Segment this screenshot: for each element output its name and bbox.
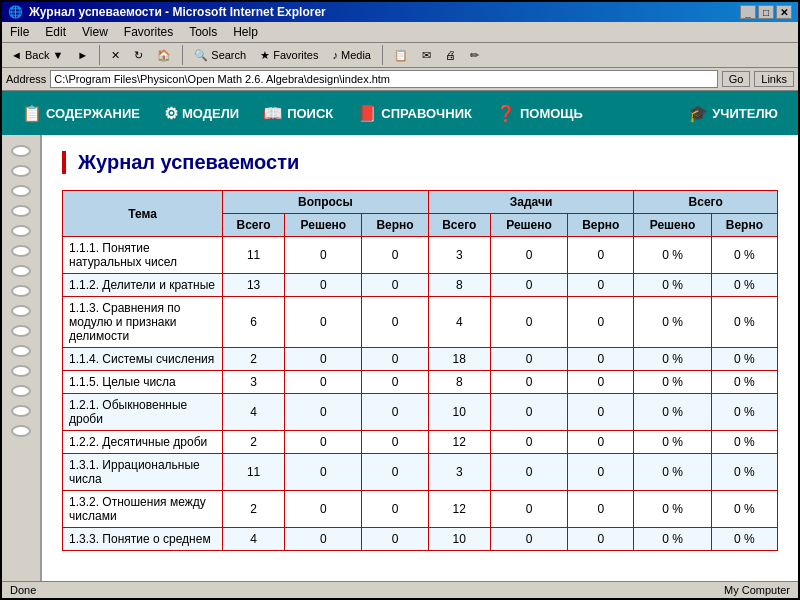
nav-teacher[interactable]: 🎓 УЧИТЕЛЮ	[676, 100, 790, 127]
links-button[interactable]: Links	[754, 71, 794, 87]
cell-zv: 0	[568, 394, 634, 431]
table-row: 1.3.3. Понятие о среднем 4 0 0 10 0 0 0 …	[63, 528, 778, 551]
cell-vr: 0	[285, 491, 362, 528]
window-icon: 🌐	[8, 5, 23, 19]
status-bar: Done My Computer	[2, 581, 798, 598]
cell-tema: 1.2.1. Обыкновенные дроби	[63, 394, 223, 431]
cell-wv: 0 %	[711, 371, 777, 394]
cell-zv: 0	[568, 528, 634, 551]
favorites-button[interactable]: ★ Favorites	[255, 47, 323, 64]
cell-vv: 0	[362, 431, 428, 454]
cell-zq: 4	[428, 297, 490, 348]
nav-search[interactable]: 📖 ПОИСК	[251, 100, 345, 127]
back-button[interactable]: ◄ Back ▼	[6, 47, 68, 63]
cell-vr: 0	[285, 297, 362, 348]
cell-vr: 0	[285, 528, 362, 551]
menu-edit[interactable]: Edit	[41, 24, 70, 40]
col-zadachi: Задачи	[428, 191, 634, 214]
forward-button[interactable]: ►	[72, 47, 93, 63]
cell-zr: 0	[490, 394, 567, 431]
cell-vr: 0	[285, 348, 362, 371]
grades-table: Тема Вопросы Задачи Всего Всего Решено В…	[62, 190, 778, 551]
close-button[interactable]: ✕	[776, 5, 792, 19]
cell-zv: 0	[568, 454, 634, 491]
menu-help[interactable]: Help	[229, 24, 262, 40]
cell-zq: 3	[428, 454, 490, 491]
cell-wv: 0 %	[711, 297, 777, 348]
mail-button[interactable]: ✉	[417, 47, 436, 64]
cell-vq: 6	[223, 297, 285, 348]
help-icon: ❓	[496, 104, 516, 123]
nav-content-label: СОДЕРЖАНИЕ	[46, 106, 140, 121]
cell-wv: 0 %	[711, 528, 777, 551]
title-bar: 🌐 Журнал успеваемости - Microsoft Intern…	[2, 2, 798, 22]
sub-vr: Решено	[285, 214, 362, 237]
cell-zr: 0	[490, 454, 567, 491]
cell-vq: 3	[223, 371, 285, 394]
menu-view[interactable]: View	[78, 24, 112, 40]
nav-bar: 📋 СОДЕРЖАНИЕ ⚙ МОДЕЛИ 📖 ПОИСК 📕 СПРАВОЧН…	[2, 91, 798, 135]
address-label: Address	[6, 73, 46, 85]
status-right: My Computer	[724, 584, 790, 596]
home-button[interactable]: 🏠	[152, 47, 176, 64]
nav-models-label: МОДЕЛИ	[182, 106, 239, 121]
media-button[interactable]: ♪ Media	[327, 47, 376, 63]
cell-zq: 12	[428, 431, 490, 454]
window-title: Журнал успеваемости - Microsoft Internet…	[29, 5, 326, 19]
cell-vv: 0	[362, 491, 428, 528]
cell-vr: 0	[285, 237, 362, 274]
nav-models[interactable]: ⚙ МОДЕЛИ	[152, 100, 251, 127]
nav-content[interactable]: 📋 СОДЕРЖАНИЕ	[10, 100, 152, 127]
cell-vv: 0	[362, 274, 428, 297]
cell-tema: 1.1.3. Сравнения по модулю и признаки де…	[63, 297, 223, 348]
sub-vq: Всего	[223, 214, 285, 237]
cell-tema: 1.1.5. Целые числа	[63, 371, 223, 394]
sub-wv: Верно	[711, 214, 777, 237]
menu-bar: File Edit View Favorites Tools Help	[2, 22, 798, 43]
menu-tools[interactable]: Tools	[185, 24, 221, 40]
cell-vq: 2	[223, 491, 285, 528]
cell-wr: 0 %	[634, 491, 711, 528]
table-row: 1.2.2. Десятичные дроби 2 0 0 12 0 0 0 %…	[63, 431, 778, 454]
cell-zv: 0	[568, 431, 634, 454]
cell-wv: 0 %	[711, 491, 777, 528]
maximize-button[interactable]: □	[758, 5, 774, 19]
col-vsego: Всего	[634, 191, 778, 214]
refresh-button[interactable]: ↻	[129, 47, 148, 64]
go-button[interactable]: Go	[722, 71, 751, 87]
nav-reference-label: СПРАВОЧНИК	[381, 106, 472, 121]
edit-button[interactable]: ✏	[465, 47, 484, 64]
minimize-button[interactable]: _	[740, 5, 756, 19]
history-button[interactable]: 📋	[389, 47, 413, 64]
col-tema: Тема	[63, 191, 223, 237]
cell-zv: 0	[568, 491, 634, 528]
search-icon: 📖	[263, 104, 283, 123]
cell-vv: 0	[362, 454, 428, 491]
cell-zq: 8	[428, 371, 490, 394]
stop-button[interactable]: ✕	[106, 47, 125, 64]
toolbar: ◄ Back ▼ ► ✕ ↻ 🏠 🔍 Search ★ Favorites ♪ …	[2, 43, 798, 68]
cell-zv: 0	[568, 274, 634, 297]
cell-zr: 0	[490, 297, 567, 348]
nav-reference[interactable]: 📕 СПРАВОЧНИК	[345, 100, 484, 127]
table-row: 1.1.4. Системы счисления 2 0 0 18 0 0 0 …	[63, 348, 778, 371]
cell-zr: 0	[490, 371, 567, 394]
cell-wr: 0 %	[634, 371, 711, 394]
print-button[interactable]: 🖨	[440, 47, 461, 63]
address-input[interactable]	[50, 70, 717, 88]
cell-zr: 0	[490, 528, 567, 551]
sub-zr: Решено	[490, 214, 567, 237]
cell-wv: 0 %	[711, 454, 777, 491]
cell-vv: 0	[362, 394, 428, 431]
cell-vv: 0	[362, 348, 428, 371]
menu-favorites[interactable]: Favorites	[120, 24, 177, 40]
cell-vr: 0	[285, 454, 362, 491]
menu-file[interactable]: File	[6, 24, 33, 40]
nav-help[interactable]: ❓ ПОМОЩЬ	[484, 100, 595, 127]
content-icon: 📋	[22, 104, 42, 123]
reference-icon: 📕	[357, 104, 377, 123]
cell-vq: 11	[223, 237, 285, 274]
search-button[interactable]: 🔍 Search	[189, 47, 251, 64]
cell-vq: 11	[223, 454, 285, 491]
cell-wv: 0 %	[711, 237, 777, 274]
